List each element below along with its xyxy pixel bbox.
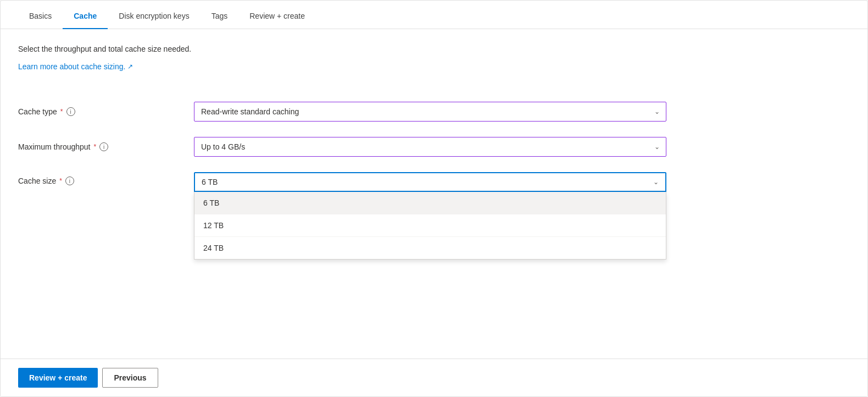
cache-size-info-icon[interactable]: i: [65, 177, 74, 185]
cache-size-arrow-icon: ⌄: [653, 178, 659, 186]
learn-more-text: Learn more about cache sizing.: [18, 62, 125, 71]
max-throughput-info-icon[interactable]: i: [99, 142, 108, 151]
cache-size-select[interactable]: 6 TB ⌄: [194, 172, 666, 192]
bottom-bar: Review + create Previous: [1, 359, 867, 396]
tab-navigation: Basics Cache Disk encryption keys Tags R…: [1, 1, 867, 29]
cache-size-required: *: [59, 177, 62, 185]
description-text: Select the throughput and total cache si…: [18, 45, 850, 53]
cache-size-option-12tb[interactable]: 12 TB: [194, 214, 666, 237]
max-throughput-required: *: [94, 143, 97, 151]
form-row-cache-size: Cache size * i 6 TB ⌄ 6 TB 12 TB 24 TB: [18, 172, 850, 192]
form-row-cache-type: Cache type * i Read-write standard cachi…: [18, 102, 850, 122]
cache-type-label: Cache type * i: [18, 107, 194, 116]
review-create-button[interactable]: Review + create: [18, 368, 98, 388]
cache-size-label-text: Cache size: [18, 177, 56, 185]
cache-size-wrapper: 6 TB ⌄ 6 TB 12 TB 24 TB: [194, 172, 666, 192]
cache-type-label-text: Cache type: [18, 107, 57, 116]
cache-type-select[interactable]: Read-write standard caching: [194, 102, 666, 122]
max-throughput-value: Up to 4 GB/s: [201, 142, 245, 151]
form-fields: Cache type * i Read-write standard cachi…: [18, 102, 850, 192]
tab-disk-encryption[interactable]: Disk encryption keys: [108, 4, 200, 29]
cache-size-dropdown-list: 6 TB 12 TB 24 TB: [194, 192, 666, 260]
cache-size-value: 6 TB: [202, 178, 218, 186]
tab-review-create[interactable]: Review + create: [238, 4, 316, 29]
tab-tags[interactable]: Tags: [201, 4, 239, 29]
previous-button[interactable]: Previous: [102, 368, 158, 388]
external-link-icon: ↗: [127, 63, 133, 70]
cache-type-wrapper: Read-write standard caching ⌄: [194, 102, 666, 122]
cache-size-option-6tb[interactable]: 6 TB: [194, 192, 666, 214]
cache-size-option-24tb[interactable]: 24 TB: [194, 237, 666, 259]
max-throughput-wrapper: Up to 4 GB/s ⌄: [194, 137, 666, 157]
form-row-max-throughput: Maximum throughput * i Up to 4 GB/s ⌄: [18, 137, 850, 157]
main-content: Select the throughput and total cache si…: [1, 29, 867, 359]
max-throughput-label: Maximum throughput * i: [18, 142, 194, 151]
tab-cache[interactable]: Cache: [63, 4, 108, 29]
cache-type-value: Read-write standard caching: [201, 107, 299, 116]
page-container: Basics Cache Disk encryption keys Tags R…: [0, 0, 868, 397]
tab-basics[interactable]: Basics: [18, 4, 63, 29]
max-throughput-label-text: Maximum throughput: [18, 142, 91, 151]
cache-type-required: *: [60, 108, 63, 115]
max-throughput-select[interactable]: Up to 4 GB/s: [194, 137, 666, 157]
learn-more-link[interactable]: Learn more about cache sizing. ↗: [18, 62, 133, 71]
cache-size-label: Cache size * i: [18, 177, 194, 185]
cache-type-info-icon[interactable]: i: [66, 107, 75, 116]
